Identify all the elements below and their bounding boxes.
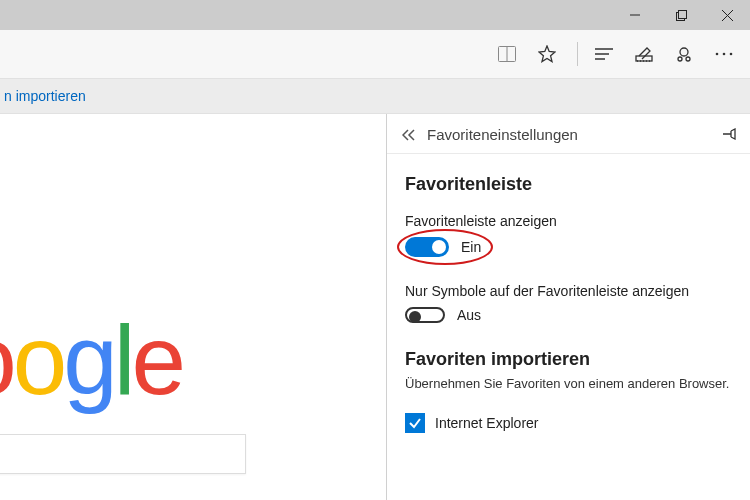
page-content: Google xyxy=(0,114,387,500)
minimize-button[interactable] xyxy=(612,0,658,30)
svg-point-16 xyxy=(686,57,690,61)
window-titlebar xyxy=(0,0,750,30)
toolbar-separator xyxy=(577,42,578,66)
import-ie-label: Internet Explorer xyxy=(435,415,539,431)
close-button[interactable] xyxy=(704,0,750,30)
svg-point-15 xyxy=(678,57,682,61)
favorites-bar: n importieren xyxy=(0,78,750,114)
toggle-show-favbar[interactable] xyxy=(405,237,449,257)
section-import: Favoriten importieren xyxy=(405,349,730,370)
toggle-icons-only-row: Aus xyxy=(405,307,730,323)
toggle-show-favbar-state: Ein xyxy=(461,239,481,255)
favorites-star-icon[interactable] xyxy=(527,34,567,74)
section-favorites-bar: Favoritenleiste xyxy=(405,174,730,195)
pin-button[interactable] xyxy=(722,126,736,143)
share-icon[interactable] xyxy=(664,34,704,74)
browser-toolbar xyxy=(0,30,750,78)
panel-body: Favoritenleiste Favoritenleiste anzeigen… xyxy=(387,154,750,433)
svg-rect-2 xyxy=(678,10,686,18)
maximize-button[interactable] xyxy=(658,0,704,30)
panel-header: Favoriteneinstellungen xyxy=(387,114,750,154)
import-ie-row: Internet Explorer xyxy=(405,413,730,433)
svg-point-19 xyxy=(730,53,733,56)
svg-marker-8 xyxy=(539,46,555,62)
main-area: Google Favoriteneinstellungen Favoritenl… xyxy=(0,114,750,500)
option-show-favbar-label: Favoritenleiste anzeigen xyxy=(405,213,730,229)
svg-point-17 xyxy=(716,53,719,56)
toggle-icons-only[interactable] xyxy=(405,307,445,323)
panel-title: Favoriteneinstellungen xyxy=(427,126,578,143)
settings-panel: Favoriteneinstellungen Favoritenleiste F… xyxy=(387,114,750,500)
webnote-icon[interactable] xyxy=(624,34,664,74)
reading-view-icon[interactable] xyxy=(487,34,527,74)
toggle-show-favbar-row: Ein xyxy=(405,237,730,257)
back-button[interactable] xyxy=(397,129,421,141)
google-logo: Google xyxy=(0,304,182,417)
more-icon[interactable] xyxy=(704,34,744,74)
favorites-import-link[interactable]: n importieren xyxy=(4,88,86,104)
svg-point-18 xyxy=(723,53,726,56)
import-hint: Übernehmen Sie Favoriten von einem ander… xyxy=(405,376,730,391)
search-input[interactable] xyxy=(0,434,246,474)
import-ie-checkbox[interactable] xyxy=(405,413,425,433)
option-icons-only-label: Nur Symbole auf der Favoritenleiste anze… xyxy=(405,283,730,299)
hub-icon[interactable] xyxy=(584,34,624,74)
svg-point-14 xyxy=(680,48,688,56)
toggle-icons-only-state: Aus xyxy=(457,307,481,323)
